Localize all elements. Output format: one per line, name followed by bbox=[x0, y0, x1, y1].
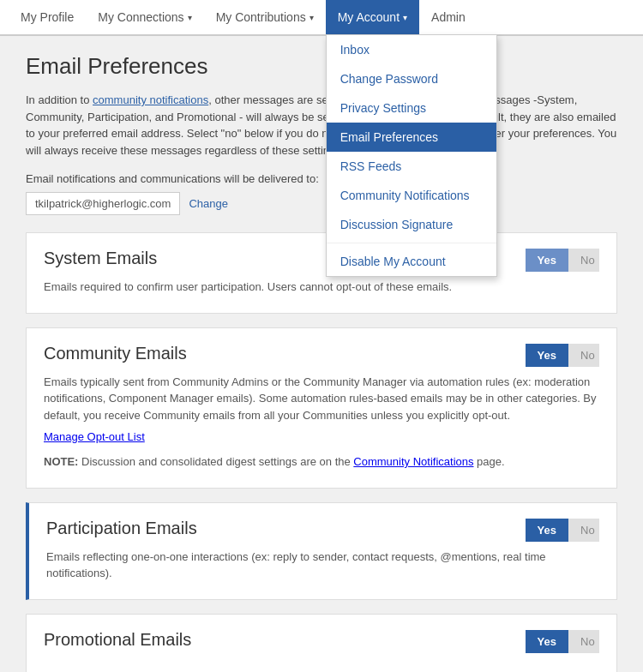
promotional-emails-title: Promotional Emails bbox=[44, 630, 191, 650]
nav-my-profile-label: My Profile bbox=[21, 10, 74, 24]
community-notifications-link[interactable]: community notifications bbox=[93, 93, 208, 106]
delivery-note: Email notifications and communications w… bbox=[26, 172, 617, 185]
promotional-emails-toggle: Yes No bbox=[526, 630, 599, 653]
participation-emails-no-button[interactable]: No bbox=[568, 519, 599, 542]
community-emails-card: Community Emails Yes No Emails typically… bbox=[26, 327, 617, 489]
nav-my-account[interactable]: My Account ▾ bbox=[326, 0, 419, 34]
main-content: Email Preferences In addition to communi… bbox=[0, 36, 643, 672]
nav-admin-label: Admin bbox=[431, 10, 466, 24]
system-emails-desc: Emails required to confirm user particip… bbox=[44, 279, 599, 296]
dropdown-disable-my-account[interactable]: Disable My Account bbox=[327, 247, 496, 276]
nav-my-contributions-label: My Contributions bbox=[216, 10, 306, 24]
community-emails-desc: Emails typically sent from Community Adm… bbox=[44, 374, 599, 424]
nav-my-connections[interactable]: My Connections ▾ bbox=[86, 0, 203, 34]
change-email-link[interactable]: Change bbox=[189, 197, 228, 210]
system-emails-title: System Emails bbox=[44, 249, 157, 268]
dropdown-inbox[interactable]: Inbox bbox=[327, 35, 496, 64]
email-row: tkilpatrick@higherlogic.com Change bbox=[26, 192, 617, 215]
system-emails-no-button[interactable]: No bbox=[568, 249, 599, 272]
system-emails-card: System Emails Yes No Emails required to … bbox=[26, 232, 617, 314]
chevron-down-icon: ▾ bbox=[188, 13, 192, 22]
nav-my-account-label: My Account bbox=[338, 10, 400, 24]
community-emails-no-button[interactable]: No bbox=[568, 344, 599, 367]
promotional-emails-header: Promotional Emails Yes No bbox=[44, 630, 599, 653]
community-emails-title: Community Emails bbox=[44, 344, 187, 363]
nav-bar: My Profile My Connections ▾ My Contribut… bbox=[0, 0, 643, 36]
participation-emails-toggle: Yes No bbox=[526, 519, 599, 542]
user-email: tkilpatrick@higherlogic.com bbox=[26, 192, 180, 215]
chevron-down-icon: ▾ bbox=[309, 13, 314, 22]
participation-emails-yes-button[interactable]: Yes bbox=[526, 519, 568, 542]
nav-my-contributions[interactable]: My Contributions ▾ bbox=[204, 0, 326, 34]
participation-emails-header: Participation Emails Yes No bbox=[46, 519, 599, 542]
promotional-emails-card: Promotional Emails Yes No bbox=[26, 614, 617, 673]
dropdown-rss-feeds[interactable]: RSS Feeds bbox=[327, 152, 496, 181]
community-emails-header: Community Emails Yes No bbox=[44, 344, 599, 367]
menu-divider bbox=[327, 243, 496, 243]
dropdown-email-preferences[interactable]: Email Preferences bbox=[327, 123, 496, 152]
system-emails-header: System Emails Yes No bbox=[44, 249, 599, 272]
my-account-dropdown: Inbox Change Password Privacy Settings E… bbox=[326, 34, 497, 277]
system-emails-yes-button[interactable]: Yes bbox=[526, 249, 568, 272]
participation-emails-desc: Emails reflecting one-on-one interaction… bbox=[46, 549, 599, 582]
dropdown-change-password[interactable]: Change Password bbox=[327, 64, 496, 93]
dropdown-discussion-signature[interactable]: Discussion Signature bbox=[327, 210, 496, 239]
promotional-emails-no-button[interactable]: No bbox=[568, 630, 599, 653]
community-notifications-page-link[interactable]: Community Notifications bbox=[353, 455, 473, 468]
intro-text: In addition to community notifications, … bbox=[26, 92, 617, 159]
system-emails-toggle: Yes No bbox=[526, 249, 599, 272]
nav-my-connections-label: My Connections bbox=[98, 10, 183, 24]
page-title: Email Preferences bbox=[26, 53, 617, 80]
community-emails-note: NOTE: Discussion and consolidated digest… bbox=[44, 453, 599, 471]
nav-my-profile[interactable]: My Profile bbox=[9, 0, 86, 34]
promotional-emails-yes-button[interactable]: Yes bbox=[526, 630, 568, 653]
chevron-down-icon: ▾ bbox=[403, 13, 407, 22]
community-emails-toggle: Yes No bbox=[526, 344, 599, 367]
community-emails-yes-button[interactable]: Yes bbox=[526, 344, 568, 367]
dropdown-privacy-settings[interactable]: Privacy Settings bbox=[327, 93, 496, 123]
participation-emails-card: Participation Emails Yes No Emails refle… bbox=[26, 502, 617, 600]
participation-emails-title: Participation Emails bbox=[46, 519, 197, 538]
manage-opt-out-link[interactable]: Manage Opt-out List bbox=[44, 430, 145, 443]
nav-admin[interactable]: Admin bbox=[419, 0, 478, 34]
dropdown-community-notifications[interactable]: Community Notifications bbox=[327, 181, 496, 210]
nav-my-account-wrapper: My Account ▾ Inbox Change Password Priva… bbox=[326, 0, 419, 34]
